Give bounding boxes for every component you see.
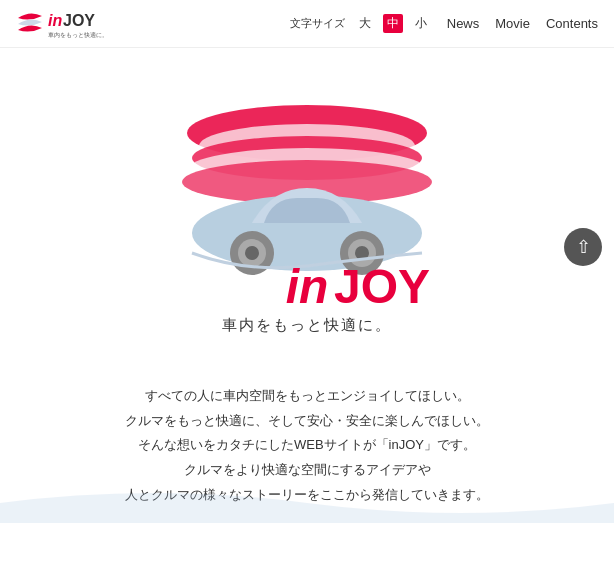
svg-text:車内をもっと快適に。: 車内をもっと快適に。 xyxy=(222,316,392,333)
nav-news-link[interactable]: News xyxy=(447,16,480,31)
description-line2: クルマをもっと快適に、そして安心・安全に楽しんでほしい。 xyxy=(40,409,574,434)
main-nav: 文字サイズ 大 中 小 News Movie Contents xyxy=(290,14,598,33)
font-large-button[interactable]: 大 xyxy=(355,14,375,33)
svg-text:in: in xyxy=(48,12,62,29)
header: in JOY 車内をもっと快適に。 文字サイズ 大 中 小 News Movie… xyxy=(0,0,614,48)
logo-area: in JOY 車内をもっと快適に。 xyxy=(16,4,116,44)
font-small-button[interactable]: 小 xyxy=(411,14,431,33)
hero-section: in JOY 車内をもっと快適に。 xyxy=(0,48,614,368)
description-line1: すべての人に車内空間をもっとエンジョイしてほしい。 xyxy=(40,384,574,409)
svg-text:車内をもっと快適に。: 車内をもっと快適に。 xyxy=(48,31,108,38)
svg-text:JOY: JOY xyxy=(334,260,430,313)
description-line3: そんな想いをカタチにしたWEBサイトが「inJOY」です。 xyxy=(40,433,574,458)
svg-point-11 xyxy=(245,246,259,260)
font-size-label: 文字サイズ xyxy=(290,16,345,31)
font-medium-button[interactable]: 中 xyxy=(383,14,403,33)
nav-contents-link[interactable]: Contents xyxy=(546,16,598,31)
back-to-top-button[interactable]: ⇧ xyxy=(564,228,602,266)
bottom-wave xyxy=(0,483,614,523)
main-content: in JOY 車内をもっと快適に。 すべての人に車内空間をもっとエンジョイしてほ… xyxy=(0,48,614,523)
hero-illustration: in JOY 車内をもっと快適に。 xyxy=(152,78,462,348)
svg-text:JOY: JOY xyxy=(63,12,95,29)
nav-movie-link[interactable]: Movie xyxy=(495,16,530,31)
svg-text:in: in xyxy=(286,260,329,313)
chevron-up-icon: ⇧ xyxy=(576,236,591,258)
description-line4: クルマをより快適な空間にするアイデアや xyxy=(40,458,574,483)
logo-svg: in JOY 車内をもっと快適に。 xyxy=(16,4,116,44)
